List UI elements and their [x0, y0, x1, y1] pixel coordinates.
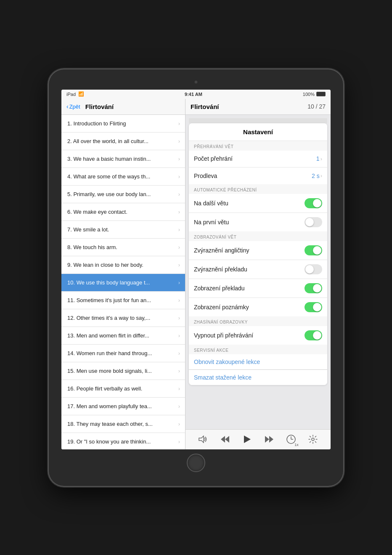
row-prodleva[interactable]: Prodleva 2 s › — [189, 167, 327, 184]
list-item-chevron-icon: › — [178, 297, 180, 303]
back-chevron-icon: ‹ — [66, 103, 69, 110]
rewind-button[interactable] — [217, 432, 233, 447]
toggle-zvyr-anglictiny[interactable] — [305, 245, 322, 255]
list-item[interactable]: 10. We use this body language t...› — [61, 274, 185, 292]
row-pocet-value[interactable]: 1 › — [316, 155, 322, 162]
list-item-chevron-icon: › — [178, 438, 180, 445]
row-vypnout-label: Vypnout při přehrávání — [194, 332, 305, 339]
row-prodleva-value[interactable]: 2 s › — [312, 173, 322, 179]
list-item[interactable]: 13. Men and women flirt in differ...› — [61, 327, 185, 345]
forward-button[interactable] — [262, 432, 277, 447]
toggle-zvyr-prekladu[interactable] — [305, 264, 322, 274]
time-label: 9:41 AM — [185, 92, 202, 97]
toggle-na-prvni[interactable] — [305, 217, 322, 227]
list-item-text: 9. We lean in close to her body. — [67, 262, 177, 268]
row-pocet-label: Počet přehrání — [194, 155, 316, 162]
play-button[interactable] — [239, 432, 254, 447]
back-button[interactable]: ‹ Zpět — [66, 103, 80, 110]
row-na-prvni-label: Na první větu — [194, 219, 305, 226]
list-item[interactable]: 12. Other times it's a way to say,...› — [61, 309, 185, 327]
row-zobrazeni-poznamky-label: Zobrazení poznámky — [194, 304, 305, 311]
back-label[interactable]: Zpět — [69, 104, 80, 110]
list-item[interactable]: 15. Men use more bold signals, li...› — [61, 362, 185, 380]
toggle-vypnout[interactable] — [305, 330, 322, 340]
svg-marker-3 — [244, 436, 251, 443]
list-item-text: 7. We smile a lot. — [67, 226, 177, 233]
section-servisni: SERVISNÍ AKCE Obnovit zakoupené lekce Sm… — [189, 345, 327, 385]
battery-label: 100% — [303, 92, 315, 97]
list-item[interactable]: 18. They may tease each other, s...› — [61, 415, 185, 433]
row-zvyr-prekladu-label: Zvýraznění překladu — [194, 266, 305, 273]
front-camera — [194, 80, 198, 84]
bottom-toolbar: 1x — [185, 429, 331, 449]
list-item[interactable]: 8. We touch his arm.› — [61, 239, 185, 256]
row-na-dalsi[interactable]: Na další větu — [189, 194, 327, 213]
list-item[interactable]: 11. Sometimes it's just for fun an...› — [61, 292, 185, 309]
speed-button[interactable]: 1x — [283, 432, 299, 447]
toggle-zobrazeni-poznamky[interactable] — [305, 302, 322, 312]
list-item-text: 5. Primarily, we use our body lan... — [67, 191, 177, 197]
list-item[interactable]: 2. All over the world, in all cultur...› — [61, 133, 185, 150]
row-vypnout[interactable]: Vypnout při přehrávání — [189, 326, 327, 345]
list-item-text: 19. Or "I so know you are thinkin... — [67, 438, 177, 445]
list-item-chevron-icon: › — [178, 332, 180, 339]
list-item[interactable]: 5. Primarily, we use our body lan...› — [61, 186, 185, 203]
prodleva-chevron-icon: › — [320, 173, 322, 179]
row-zvyr-anglictiny[interactable]: Zvýraznění angličtiny — [189, 241, 327, 260]
nav-title: Flirtování — [85, 103, 114, 110]
section-zhasinani: ZHASÍNÁNÍ OBRAZOVKY Vypnout při přehrává… — [189, 316, 327, 345]
prodleva-value-text: 2 s — [312, 173, 320, 179]
list-item-chevron-icon: › — [178, 244, 180, 250]
speaker-button[interactable] — [196, 432, 211, 447]
toggle-na-prvni-knob — [305, 218, 314, 226]
link-obnovit[interactable]: Obnovit zakoupené lekce — [189, 354, 327, 369]
list-item[interactable]: 4. What are some of the ways th...› — [61, 168, 185, 186]
row-prodleva-label: Prodleva — [194, 173, 312, 179]
list-item[interactable]: 9. We lean in close to her body.› — [61, 256, 185, 274]
progress-counter: 10 / 27 — [307, 103, 326, 110]
link-smazat[interactable]: Smazat stažené lekce — [189, 370, 327, 385]
list-item[interactable]: 14. Women run their hand throug...› — [61, 345, 185, 362]
right-title: Flirtování — [191, 103, 219, 110]
list-item-chevron-icon: › — [178, 209, 180, 215]
list-item[interactable]: 16. People flirt verbally as well.› — [61, 380, 185, 398]
row-zobrazeni-poznamky[interactable]: Zobrazení poznámky — [189, 298, 327, 316]
svg-marker-5 — [265, 436, 269, 443]
list-item[interactable]: 19. Or "I so know you are thinkin...› — [61, 433, 185, 449]
row-zobrazeni-prekladu[interactable]: Zobrazení překladu — [189, 279, 327, 298]
list-item[interactable]: 6. We make eye contact.› — [61, 203, 185, 221]
home-button[interactable] — [187, 454, 205, 472]
list-item-chevron-icon: › — [178, 138, 180, 144]
row-na-prvni[interactable]: Na první větu — [189, 213, 327, 231]
right-panel: Flirtování 10 / 27 Nastavení PŘEHRÁVÁNÍ … — [185, 99, 331, 449]
row-zvyr-prekladu[interactable]: Zvýraznění překladu — [189, 260, 327, 279]
row-zvyr-anglictiny-label: Zvýraznění angličtiny — [194, 247, 305, 254]
settings-button[interactable] — [305, 432, 320, 447]
toggle-zvyr-anglictiny-knob — [313, 246, 321, 255]
screen: iPad 📶 9:41 AM 100% ‹ Zpět Flir — [61, 90, 331, 449]
toggle-zobrazeni-prekladu[interactable] — [305, 283, 322, 293]
list-item-chevron-icon: › — [178, 368, 180, 374]
svg-marker-1 — [221, 436, 225, 443]
list-item[interactable]: 3. We have a basic human instin...› — [61, 150, 185, 168]
list-item-chevron-icon: › — [178, 350, 180, 356]
list-item-text: 14. Women run their hand throug... — [67, 350, 177, 356]
pocet-chevron-icon: › — [320, 156, 322, 162]
list-item-text: 13. Men and women flirt in differ... — [67, 332, 177, 339]
list-item[interactable]: 7. We smile a lot.› — [61, 221, 185, 239]
svg-point-9 — [312, 438, 314, 441]
section-zobrazovani: ZOBRAZOVÁNÍ VĚT Zvýraznění angličtiny Zv… — [189, 231, 327, 316]
list-item-chevron-icon: › — [178, 173, 180, 180]
toggle-na-dalsi[interactable] — [305, 198, 322, 208]
list-item-text: 17. Men and women playfully tea... — [67, 403, 177, 409]
list-item[interactable]: 1. Introduction to Flirting› — [61, 115, 185, 133]
main-content: ‹ Zpět Flirtování 1. Introduction to Fli… — [61, 99, 331, 449]
row-pocet[interactable]: Počet přehrání 1 › — [189, 151, 327, 167]
list-item-text: 1. Introduction to Flirting — [67, 120, 177, 127]
toggle-zobrazeni-prekladu-knob — [313, 284, 321, 292]
toggle-na-dalsi-knob — [313, 199, 321, 207]
list-item-chevron-icon: › — [178, 226, 180, 233]
svg-marker-0 — [199, 436, 204, 443]
list-item[interactable]: 17. Men and women playfully tea...› — [61, 398, 185, 415]
section-header-playback: PŘEHRÁVÁNÍ VĚT — [189, 141, 327, 151]
